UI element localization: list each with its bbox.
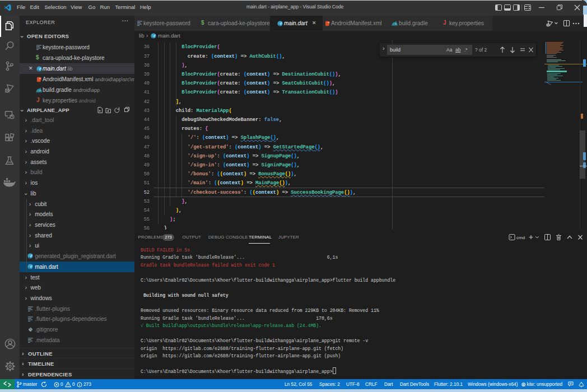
svg-text:cmd: cmd	[516, 235, 525, 240]
